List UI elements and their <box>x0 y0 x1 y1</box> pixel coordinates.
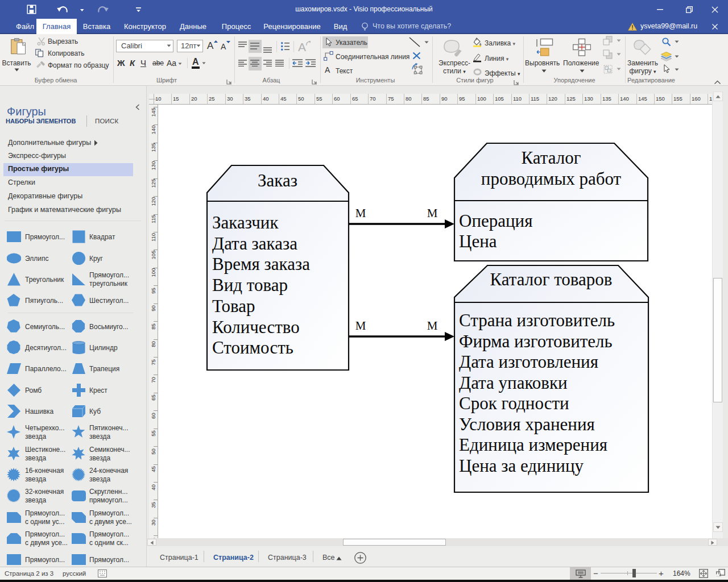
svg-text:Заказ: Заказ <box>258 171 297 190</box>
svg-text:Операция: Операция <box>459 211 532 231</box>
svg-text:Дата изготовления: Дата изготовления <box>459 352 598 372</box>
svg-text:Цена за единицу: Цена за единицу <box>459 456 584 476</box>
svg-text:М: М <box>427 206 438 220</box>
svg-text:Единица измерения: Единица измерения <box>459 435 607 455</box>
svg-text:М: М <box>427 319 438 332</box>
svg-text:Стоимость: Стоимость <box>212 338 293 357</box>
svg-text:Каталог: Каталог <box>522 148 581 168</box>
svg-text:Страна изготовитель: Страна изготовитель <box>459 310 615 330</box>
svg-text:Дата заказа: Дата заказа <box>212 234 297 253</box>
svg-text:Каталог товаров: Каталог товаров <box>490 269 613 289</box>
svg-text:Заказчик: Заказчик <box>212 213 279 232</box>
svg-text:М: М <box>355 319 366 332</box>
svg-text:Количество: Количество <box>212 317 300 337</box>
svg-text:Дата упаковки: Дата упаковки <box>459 373 568 393</box>
svg-text:Условия хранения: Условия хранения <box>459 414 595 434</box>
svg-text:Вид товар: Вид товар <box>212 275 288 295</box>
svg-text:Срок годности: Срок годности <box>459 393 569 413</box>
svg-text:Фирма изготовитель: Фирма изготовитель <box>459 331 613 351</box>
svg-text:М: М <box>355 206 366 220</box>
svg-text:Цена: Цена <box>459 231 497 251</box>
svg-text:проводимых работ: проводимых работ <box>481 169 622 189</box>
svg-text:Товар: Товар <box>212 296 255 316</box>
svg-text:Время заказа: Время заказа <box>212 254 310 274</box>
